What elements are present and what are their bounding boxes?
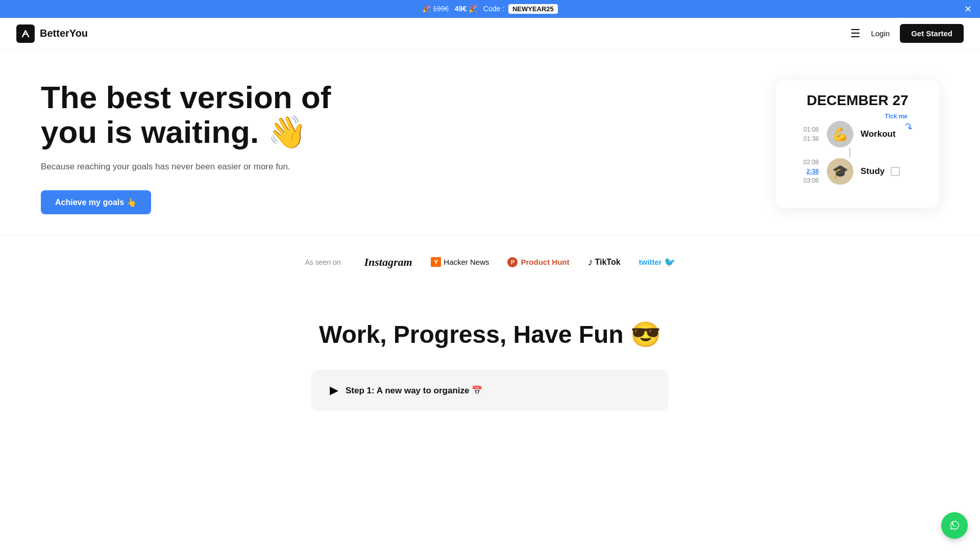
navbar: BetterYou ☰ Login Get Started xyxy=(0,18,980,49)
tiktok-brand: ♪ TikTok xyxy=(587,256,620,268)
promo-banner: 🎉 199€ 49€ 🎉 Code : NEWYEAR25 ✕ xyxy=(0,0,980,18)
study-times: 02:08 2:38 03:08 xyxy=(792,158,819,185)
banner-price-original: 199€ xyxy=(433,5,449,13)
workout-avatar: 💪 xyxy=(827,121,853,147)
workout-label: Workout xyxy=(861,129,896,139)
instagram-brand: Instagram xyxy=(364,256,412,269)
step-card: ▶ Step 1: A new way to organize 📅 xyxy=(311,369,669,411)
bottom-section: Work, Progress, Have Fun 😎 ▶ Step 1: A n… xyxy=(0,289,980,432)
workout-times: 01:08 01:38 xyxy=(792,125,819,143)
tiktok-label: TikTok xyxy=(595,258,620,267)
ph-label: Product Hunt xyxy=(521,258,569,266)
login-button[interactable]: Login xyxy=(871,29,890,38)
hamburger-button[interactable]: ☰ xyxy=(850,27,861,40)
study-time-highlight: 2:38 xyxy=(792,167,819,176)
workout-time-end: 01:38 xyxy=(792,134,819,143)
cta-button[interactable]: Achieve my goals 👆 xyxy=(41,190,151,214)
hn-box: Y xyxy=(431,257,442,267)
hackernews-brand: Y Hacker News xyxy=(431,257,489,267)
calendar-widget: DECEMBER 27 01:08 01:38 💪 Workout Tick m… xyxy=(776,80,939,208)
hero-left: The best version of you is waiting. 👋 Be… xyxy=(41,80,373,214)
banner-emoji-left: 🎉 xyxy=(422,5,431,13)
as-seen-on-label: As seen on xyxy=(305,258,340,266)
get-started-button[interactable]: Get Started xyxy=(900,24,964,43)
study-time-start: 02:08 xyxy=(792,158,819,167)
producthunt-brand: P Product Hunt xyxy=(507,257,569,267)
step-label: Step 1: A new way to organize 📅 xyxy=(346,385,482,396)
banner-code-label: Code : xyxy=(483,5,504,13)
study-checkbox[interactable] xyxy=(891,167,900,176)
study-time-end: 03:08 xyxy=(792,176,819,185)
date-title: DECEMBER 27 xyxy=(792,92,923,109)
tick-me-label: Tick me xyxy=(885,113,908,120)
timeline-connector xyxy=(849,147,850,158)
twitter-label: twitter xyxy=(639,258,662,266)
step-icon: ▶ xyxy=(330,384,338,397)
as-seen-on-section: As seen on Instagram Y Hacker News P Pro… xyxy=(0,235,980,289)
study-label: Study xyxy=(861,166,885,177)
logo-icon xyxy=(16,24,35,43)
ph-circle: P xyxy=(507,257,518,267)
hn-label: Hacker News xyxy=(444,258,489,266)
twitter-brand: twitter 🐦 xyxy=(639,257,675,268)
hero-section: The best version of you is waiting. 👋 Be… xyxy=(0,49,980,235)
twitter-bird-icon: 🐦 xyxy=(664,257,675,268)
logo-area: BetterYou xyxy=(16,24,88,43)
nav-right: ☰ Login Get Started xyxy=(850,24,964,43)
banner-close-button[interactable]: ✕ xyxy=(964,4,972,15)
hero-headline: The best version of you is waiting. 👋 xyxy=(41,80,373,149)
workout-time-start: 01:08 xyxy=(792,125,819,134)
banner-emoji-right: 🎉 xyxy=(469,5,477,13)
brand-name: BetterYou xyxy=(40,28,88,39)
timeline-item-workout: 01:08 01:38 💪 Workout Tick me ↷ xyxy=(792,121,923,147)
study-avatar: 🎓 xyxy=(827,158,853,185)
banner-price-new: 49€ xyxy=(455,5,467,13)
tick-arrow-icon: ↷ xyxy=(901,119,915,134)
timeline-item-study: 02:08 2:38 03:08 🎓 Study xyxy=(792,158,923,185)
tiktok-icon: ♪ xyxy=(587,256,593,268)
hero-subheadline: Because reaching your goals has never be… xyxy=(41,160,373,173)
banner-code-value: NEWYEAR25 xyxy=(508,4,558,14)
section-title: Work, Progress, Have Fun 😎 xyxy=(41,320,939,349)
